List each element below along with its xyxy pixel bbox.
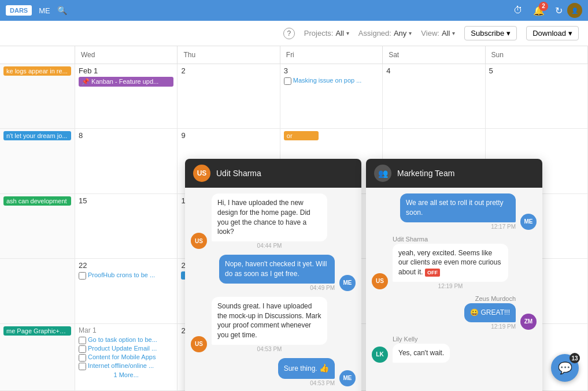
off-badge: OFF (425, 269, 440, 277)
user-avatar[interactable]: 👤 (567, 3, 582, 18)
date-mar1: Mar 1 (79, 326, 173, 334)
cell-sun5: 5 (486, 64, 588, 129)
calendar-header: Wed Thu Fri Sat Sun (0, 46, 588, 64)
assigned-label: Assigned: (358, 29, 391, 38)
left-event-2[interactable]: n't let your dream jo... (3, 131, 71, 140)
chat-name-udit: Udit Sharma (216, 169, 261, 178)
msg-block-mkt-1: We are all set to roll it out pretty soo… (400, 193, 516, 230)
event-checkbox-proofhub[interactable] (79, 272, 86, 280)
msg-block-mkt-3: Zeus Murdoch 😀 GREAT!!! 12:19 PM (464, 295, 516, 330)
msg-row-mkt-4: LK Lily Kelly Yes, can't wait. (372, 336, 537, 363)
toolbar: ? Projects: All ▾ Assigned: Any ▾ View: … (0, 21, 588, 46)
left-event-1[interactable]: ke logs appear in re... (3, 66, 71, 76)
event-or[interactable]: or (284, 131, 319, 140)
event-gotask[interactable]: Go to task option to be... (79, 336, 173, 344)
chat-messages-udit[interactable]: US Hi, I have uploaded the new design fo… (185, 188, 361, 391)
event-masking[interactable]: Masking issue on pop ... (284, 77, 379, 85)
cell-mar1: Mar 1 Go to task option to be... Product… (75, 324, 177, 391)
notification-bell[interactable]: 🔔 2 (533, 5, 545, 16)
msg-time-2: 04:49 PM (310, 285, 335, 291)
msg-bubble-4: Sure thing. 👍 (278, 358, 335, 379)
date-feb1: Feb 1 (79, 66, 173, 75)
msg-row-mkt-2: US Udit Sharma yeah, very excited. Seems… (372, 236, 537, 289)
download-button[interactable]: Download ▾ (526, 26, 579, 40)
cell-wed8: 8 (75, 129, 177, 193)
projects-label: Projects: (304, 29, 334, 38)
msg-avatar-me2: ME (339, 275, 356, 291)
timer-icon[interactable]: ⏱ (513, 5, 523, 16)
date-thu2: 2 (181, 66, 276, 75)
cell-wed15: 15 (75, 194, 177, 259)
week-label-1: ke logs appear in re... (0, 64, 75, 129)
event-proofhub[interactable]: ProofHub crons to be ... (79, 271, 173, 280)
view-value: All (442, 29, 450, 38)
chat-messages-marketing[interactable]: ME We are all set to roll it out pretty … (366, 188, 542, 391)
cb-content-mobile[interactable] (79, 354, 86, 362)
header-fri: Fri (280, 46, 383, 64)
chat-avatar-group: 👥 (374, 165, 391, 182)
msg-sender-zeus: Zeus Murdoch (475, 295, 516, 302)
help-icon[interactable]: ? (283, 28, 295, 39)
chat-header-marketing: 👥 Marketing Team (366, 159, 542, 188)
projects-filter[interactable]: Projects: All ▾ (304, 29, 349, 38)
week-label-2: n't let your dream jo... (0, 129, 75, 193)
cb-internet[interactable] (79, 363, 86, 370)
msg-avatar-mkt-lily: LK (372, 347, 388, 363)
notification-count: 2 (539, 2, 548, 11)
refresh-icon[interactable]: ↻ (555, 5, 563, 16)
header-thu: Thu (177, 46, 280, 64)
view-chevron: ▾ (452, 30, 455, 36)
cell-thu2: 2 (177, 64, 280, 129)
msg-time-mkt-3: 12:19 PM (491, 323, 516, 330)
assigned-filter[interactable]: Assigned: Any ▾ (358, 29, 412, 38)
cell-feb1: Feb 1 📌 Kanban - Feature upd... (75, 64, 177, 129)
projects-chevron: ▾ (346, 30, 349, 36)
date-thu9: 9 (181, 131, 276, 140)
cell-fri3: 3 Masking issue on pop ... (280, 64, 383, 129)
search-icon[interactable]: 🔍 (57, 6, 67, 15)
more-events-link[interactable]: 1 More... (79, 371, 173, 378)
date-wed15: 15 (79, 196, 173, 205)
msg-row-mkt-1: ME We are all set to roll it out pretty … (372, 193, 537, 230)
event-kanban[interactable]: 📌 Kanban - Feature upd... (79, 77, 173, 87)
header-sat: Sat (383, 46, 485, 64)
msg-bubble-mkt-3: 😀 GREAT!!! (464, 303, 516, 322)
event-checkbox-masking[interactable] (284, 77, 291, 85)
event-product-update[interactable]: Product Update Email ... (79, 345, 173, 353)
header-wed: Wed (75, 46, 177, 64)
subscribe-button[interactable]: Subscribe ▾ (464, 26, 517, 40)
msg-sender-udit: Udit Sharma (393, 236, 508, 243)
header-sun: Sun (486, 46, 588, 64)
date-fri3: 3 (284, 66, 379, 75)
msg-block-3: Sounds great. I have uploaded the mock-u… (212, 297, 327, 352)
nav-me-label[interactable]: ME (39, 6, 50, 15)
download-chevron: ▾ (568, 29, 572, 38)
msg-avatar-us1: US (191, 233, 207, 249)
chat-avatar-udit: US (193, 165, 210, 182)
msg-avatar-mkt-us: US (372, 273, 388, 289)
cb-gotask[interactable] (79, 337, 86, 344)
msg-bubble-2: Nope, haven't checked it yet. Will do as… (219, 255, 335, 284)
cell-sat4: 4 (383, 64, 485, 129)
msg-sender-lily: Lily Kelly (393, 336, 450, 342)
cb-product-update[interactable] (79, 345, 86, 353)
left-event-5[interactable]: me Page Graphic+C... (3, 326, 71, 336)
subscribe-chevron: ▾ (506, 29, 511, 38)
msg-row-outgoing-2: ME Nope, haven't checked it yet. Will do… (191, 255, 356, 291)
event-internet[interactable]: Internet offline/online ... (79, 362, 173, 370)
week-label-4 (0, 259, 75, 323)
app-logo[interactable]: DARS (6, 5, 32, 16)
left-event-3[interactable]: ash can development (3, 196, 71, 206)
msg-bubble-mkt-4: Yes, can't wait. (393, 344, 450, 363)
cell-wed22: 22 ProofHub crons to be ... (75, 259, 177, 323)
event-content-mobile[interactable]: Content for Mobile Apps (79, 353, 173, 362)
chat-panel-marketing: 👥 Marketing Team ME We are all set to ro… (366, 159, 542, 391)
date-wed22: 22 (79, 261, 173, 270)
msg-time-3: 04:53 PM (212, 346, 327, 352)
week-label-3: ash can development (0, 194, 75, 259)
msg-time-1: 04:44 PM (212, 243, 327, 249)
view-filter[interactable]: View: All ▾ (421, 29, 455, 38)
top-navigation: DARS ME 🔍 ⏱ 🔔 2 ↻ 👤 (0, 0, 588, 21)
date-sun5: 5 (489, 66, 584, 75)
msg-avatar-mkt-me1: ME (520, 214, 537, 230)
